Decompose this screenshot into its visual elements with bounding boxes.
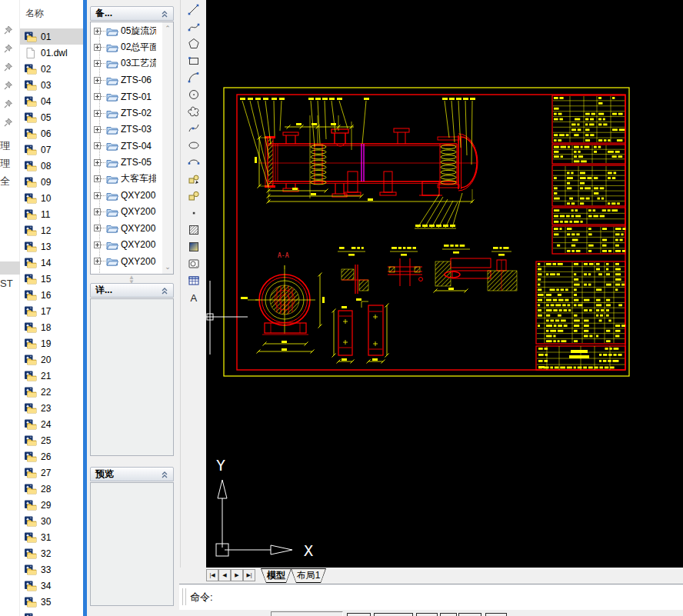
pinned-item[interactable] <box>2 117 14 128</box>
file-list-item[interactable]: 22 <box>20 384 83 400</box>
tree-item[interactable]: QXY200 <box>94 237 156 252</box>
status-toggle-button[interactable] <box>374 613 413 616</box>
file-list-item[interactable]: 01.dwl <box>20 45 83 61</box>
collapse-chevron-icon[interactable] <box>161 471 168 478</box>
status-toggle-button[interactable] <box>440 613 457 616</box>
file-list-item[interactable]: 04 <box>20 93 83 109</box>
file-list-item[interactable]: 33 <box>20 561 83 578</box>
status-toggle-button[interactable] <box>347 613 371 616</box>
expand-plus-icon[interactable] <box>94 126 101 133</box>
tree-item[interactable]: ZTS-03 <box>94 122 156 137</box>
file-list-item[interactable]: 09 <box>20 174 83 190</box>
tool-ellipse-arc-button[interactable] <box>184 154 204 170</box>
expand-plus-icon[interactable] <box>94 28 101 35</box>
file-list-item[interactable]: 03 <box>20 77 83 93</box>
tree-item[interactable]: 03工艺流 <box>94 56 156 72</box>
tool-circle-button[interactable] <box>184 86 204 102</box>
layout-nav-button[interactable]: |◀ <box>206 569 218 581</box>
pinned-item[interactable] <box>2 43 14 55</box>
file-list-item[interactable]: 07 <box>20 142 83 158</box>
expand-plus-icon[interactable] <box>94 110 101 117</box>
favorites-link[interactable]: 理 <box>0 157 12 168</box>
collapse-chevron-icon[interactable] <box>161 10 168 18</box>
file-list-item[interactable]: 18 <box>20 319 83 335</box>
tool-arc-button[interactable] <box>184 69 204 85</box>
file-list-item[interactable]: 27 <box>20 464 83 481</box>
tool-table-button[interactable] <box>184 272 204 288</box>
command-grip[interactable] <box>182 588 186 605</box>
expand-plus-icon[interactable] <box>94 175 101 182</box>
tool-ellipse-button[interactable] <box>184 137 204 153</box>
file-list-item-partial[interactable] <box>20 610 83 616</box>
tree-item[interactable]: 05旋流沉 <box>94 23 156 38</box>
tree-item[interactable]: ZTS-04 <box>94 138 156 154</box>
tool-revcloud-button[interactable] <box>184 103 204 119</box>
status-toggle-button[interactable] <box>458 613 481 616</box>
tree-item[interactable]: QXY200 <box>94 270 156 275</box>
expand-plus-icon[interactable] <box>94 241 101 248</box>
expand-plus-icon[interactable] <box>94 44 101 51</box>
favorites-selected-band[interactable] <box>0 261 20 275</box>
tool-polyline-button[interactable] <box>184 18 204 35</box>
scroll-down-icon[interactable]: ⌄ <box>163 262 172 271</box>
expand-plus-icon[interactable] <box>94 60 101 67</box>
scroll-up-icon[interactable]: ⌃ <box>163 24 172 33</box>
tool-polygon-button[interactable] <box>184 35 204 52</box>
tool-point-button[interactable] <box>184 205 204 221</box>
file-list-item[interactable]: 13 <box>20 238 83 255</box>
file-list-item[interactable]: 30 <box>20 513 83 529</box>
expand-plus-icon[interactable] <box>94 192 101 199</box>
layout-nav-button[interactable]: ▶| <box>243 569 255 581</box>
tool-region-button[interactable] <box>184 255 204 271</box>
tree-item[interactable]: ZTS-05 <box>94 155 156 170</box>
status-toggle-button[interactable] <box>416 613 438 616</box>
expand-plus-icon[interactable] <box>94 225 101 231</box>
pinned-item[interactable] <box>2 25 14 36</box>
tree-item[interactable]: QXY200 <box>94 254 156 269</box>
tree-item[interactable]: 大客车排 <box>94 171 156 187</box>
tool-make-block-button[interactable] <box>184 188 204 204</box>
tree-scrollbar[interactable]: ⌃ ⌄ <box>162 22 173 274</box>
expand-plus-icon[interactable] <box>94 159 101 166</box>
tree-item[interactable]: ZTS-06 <box>94 72 156 88</box>
file-list-item[interactable]: 08 <box>20 158 83 174</box>
tree-item[interactable]: QXY200 <box>94 188 156 203</box>
tab-layout1[interactable]: 布局1 <box>291 568 326 583</box>
file-list-item[interactable]: 29 <box>20 497 83 513</box>
tree-item[interactable]: ZTS-02 <box>94 105 156 121</box>
tree-item[interactable]: QXY200 <box>94 204 156 219</box>
tree-item[interactable]: 02总平面 <box>94 39 156 55</box>
file-list-item[interactable]: 11 <box>20 206 83 222</box>
file-list-item[interactable]: 28 <box>20 481 83 497</box>
file-list-item[interactable]: 12 <box>20 222 83 238</box>
file-list-item[interactable]: 17 <box>20 303 83 319</box>
pinned-item[interactable] <box>2 98 14 110</box>
panel-header-preview[interactable]: 预览 <box>90 467 174 481</box>
expand-plus-icon[interactable] <box>94 77 101 84</box>
file-list-item[interactable]: 23 <box>20 400 83 416</box>
expand-plus-icon[interactable] <box>94 93 101 100</box>
tab-model[interactable]: 模型 <box>261 568 292 583</box>
file-list-item[interactable]: 24 <box>20 416 83 432</box>
status-toggle-button[interactable] <box>485 613 507 616</box>
tool-gradient-button[interactable] <box>184 238 204 255</box>
tool-mtext-button[interactable]: A <box>184 289 204 305</box>
file-list-item[interactable]: 35 <box>20 594 83 610</box>
tool-line-button[interactable] <box>184 2 204 18</box>
file-list-item[interactable]: 01 <box>20 28 83 45</box>
tool-hatch-button[interactable] <box>184 221 204 238</box>
favorites-link[interactable]: 全 <box>0 175 12 186</box>
file-list-item[interactable]: 21 <box>20 368 83 384</box>
file-list-item[interactable]: 16 <box>20 287 83 303</box>
tree-item[interactable]: ZTS-01 <box>94 89 156 105</box>
drawing-svg[interactable]: A-AYX <box>206 0 683 568</box>
panel-header-details[interactable]: 详... <box>90 283 174 298</box>
file-list-item[interactable]: 34 <box>20 578 83 594</box>
file-list-item[interactable]: 32 <box>20 545 83 561</box>
file-list-item[interactable]: 31 <box>20 529 83 545</box>
file-list-item[interactable]: 05 <box>20 109 83 125</box>
drawing-canvas[interactable]: A-AYX <box>206 0 683 568</box>
expand-plus-icon[interactable] <box>94 258 101 265</box>
file-list-item[interactable]: 10 <box>20 190 83 206</box>
tree-item[interactable]: QXY200 <box>94 221 156 236</box>
